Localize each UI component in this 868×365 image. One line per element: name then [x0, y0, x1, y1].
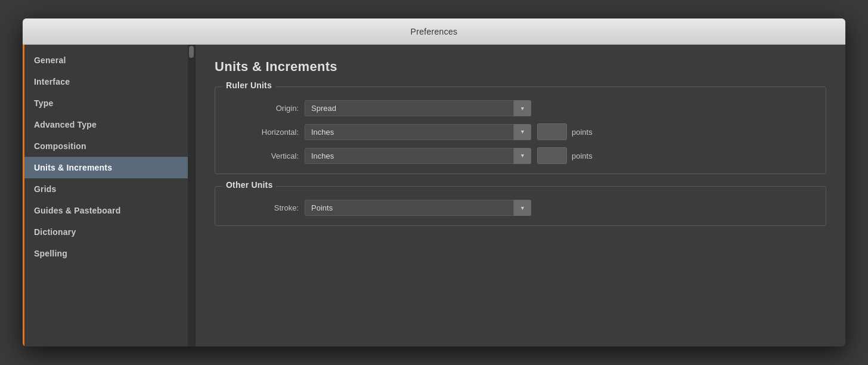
content-area: General Interface Type Advanced Type Com… — [23, 45, 845, 347]
horizontal-label: Horizontal: — [227, 128, 299, 137]
main-panel: Units & Increments Ruler Units Origin: S… — [196, 45, 845, 347]
stroke-select[interactable]: Points Picas Inches Millimeters Centimet… — [305, 200, 531, 216]
horizontal-select-wrapper: Inches Points Picas Millimeters Centimet… — [305, 124, 531, 140]
sidebar-item-general[interactable]: General — [24, 50, 195, 71]
horizontal-points-input[interactable] — [537, 123, 567, 140]
titlebar: Preferences — [23, 18, 845, 45]
sidebar-item-grids[interactable]: Grids — [24, 178, 195, 200]
sidebar-item-type[interactable]: Type — [24, 92, 195, 114]
other-units-section: Other Units Stroke: Points Picas Inches … — [215, 186, 826, 226]
horizontal-points-label: points — [572, 128, 593, 137]
origin-select[interactable]: Spread Page Spine — [305, 100, 531, 116]
vertical-select-wrapper: Inches Points Picas Millimeters Centimet… — [305, 148, 531, 164]
horizontal-row: Horizontal: Inches Points Picas Millimet… — [227, 123, 814, 140]
origin-select-wrapper: Spread Page Spine — [305, 100, 531, 116]
sidebar-item-guides-pasteboard[interactable]: Guides & Pasteboard — [24, 200, 195, 221]
sidebar-item-units-increments[interactable]: Units & Increments — [24, 157, 195, 178]
sidebar-item-dictionary[interactable]: Dictionary — [24, 221, 195, 243]
horizontal-select[interactable]: Inches Points Picas Millimeters Centimet… — [305, 124, 531, 140]
vertical-row: Vertical: Inches Points Picas Millimeter… — [227, 147, 814, 164]
ruler-units-section: Ruler Units Origin: Spread Page Spine — [215, 86, 826, 174]
sidebar-scrollbar[interactable] — [188, 45, 195, 347]
window-title: Preferences — [411, 27, 458, 36]
page-title: Units & Increments — [215, 59, 826, 75]
ruler-units-label: Ruler Units — [222, 81, 275, 90]
stroke-select-wrapper: Points Picas Inches Millimeters Centimet… — [305, 200, 531, 216]
sidebar-item-advanced-type[interactable]: Advanced Type — [24, 114, 195, 135]
preferences-window: Preferences General Interface Type Advan… — [23, 18, 845, 347]
other-units-label: Other Units — [222, 180, 276, 190]
sidebar-item-composition[interactable]: Composition — [24, 135, 195, 157]
vertical-select[interactable]: Inches Points Picas Millimeters Centimet… — [305, 148, 531, 164]
vertical-points-input[interactable] — [537, 147, 567, 164]
stroke-row: Stroke: Points Picas Inches Millimeters … — [227, 200, 814, 216]
origin-row: Origin: Spread Page Spine — [227, 100, 814, 116]
scrollbar-thumb[interactable] — [189, 46, 194, 58]
stroke-label: Stroke: — [227, 203, 299, 212]
sidebar-item-spelling[interactable]: Spelling — [24, 243, 195, 264]
sidebar-item-interface[interactable]: Interface — [24, 71, 195, 92]
sidebar: General Interface Type Advanced Type Com… — [23, 45, 196, 347]
origin-label: Origin: — [227, 104, 299, 113]
vertical-label: Vertical: — [227, 151, 299, 160]
vertical-points-label: points — [572, 151, 593, 160]
